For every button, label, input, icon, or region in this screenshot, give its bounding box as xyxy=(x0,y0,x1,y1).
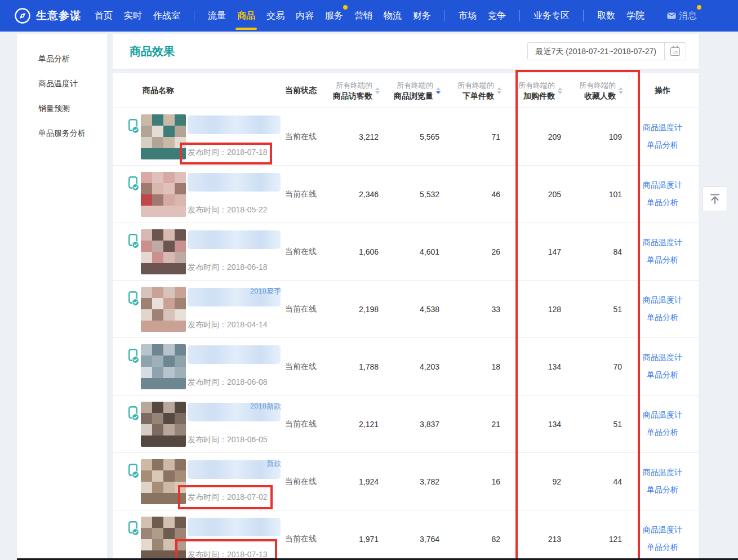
nav-item-war-room[interactable]: 作战室 xyxy=(148,0,186,32)
nav-item-marketing[interactable]: 营销 xyxy=(349,0,378,32)
metric-favorites: 121 xyxy=(566,510,626,560)
metric-cart-adds: 209 xyxy=(505,108,566,165)
nav-item-traffic[interactable]: 流量 xyxy=(202,0,232,32)
sidebar-item-single-item-analysis[interactable]: 单品分析 xyxy=(17,46,107,71)
metric-visitors: 2,346 xyxy=(322,166,383,223)
date-range-label[interactable]: 最近7天 (2018-07-21~2018-07-27) xyxy=(528,43,664,60)
action-product-thermometer-link[interactable]: 商品温度计 xyxy=(643,353,682,363)
sort-desc-icon xyxy=(436,91,441,94)
date-range-picker[interactable]: 最近7天 (2018-07-21~2018-07-27) 15 xyxy=(527,42,686,60)
action-product-thermometer-link[interactable]: 商品温度计 xyxy=(643,525,682,535)
sort-control-product-views[interactable] xyxy=(436,87,441,94)
column-header-order-count[interactable]: 所有终端的下单件数 xyxy=(444,73,505,108)
nav-item-service[interactable]: 服务 xyxy=(319,0,349,32)
column-header-favorite-count[interactable]: 所有终端的收藏人数 xyxy=(566,73,626,108)
action-single-item-analysis-link[interactable]: 单品分析 xyxy=(647,485,678,495)
nav-item-business-zone[interactable]: 业务专区 xyxy=(528,0,575,32)
column-header-text: 所有终端的商品浏览量 xyxy=(394,81,433,101)
column-header-product-name: 商品名称 xyxy=(113,73,283,108)
sidebar-item-product-thermometer[interactable]: 商品温度计 xyxy=(17,71,107,96)
product-name-cell: 新款发布时间：2018-07-02 xyxy=(113,453,283,510)
action-product-thermometer-link[interactable]: 商品温度计 xyxy=(643,123,682,133)
nav-menu: 首页实时作战室流量商品交易内容服务营销物流财务市场竞争业务专区取数学院消息 xyxy=(89,0,703,32)
action-product-thermometer-link[interactable]: 商品温度计 xyxy=(643,295,682,305)
nav-item-trade[interactable]: 交易 xyxy=(261,0,290,32)
action-single-item-analysis-link[interactable]: 单品分析 xyxy=(647,313,678,323)
nav-item-messages[interactable]: 消息 xyxy=(661,0,703,32)
action-product-thermometer-link[interactable]: 商品温度计 xyxy=(643,238,682,248)
product-name-blurred-link[interactable] xyxy=(188,115,281,134)
nav-item-label: 营销 xyxy=(354,10,372,22)
publish-time: 发布时间：2018-06-05 xyxy=(188,435,282,445)
action-single-item-analysis-link[interactable]: 单品分析 xyxy=(647,198,678,208)
calendar-button[interactable]: 15 xyxy=(664,43,686,60)
action-product-thermometer-link[interactable]: 商品温度计 xyxy=(643,468,682,478)
nav-item-product[interactable]: 商品 xyxy=(232,0,261,32)
nav-item-market[interactable]: 市场 xyxy=(453,0,482,32)
metric-favorites: 44 xyxy=(566,453,626,510)
sort-desc-icon xyxy=(497,91,501,94)
sort-asc-icon xyxy=(619,87,623,90)
publish-time: 发布时间：2018-06-08 xyxy=(188,377,282,388)
nav-item-content[interactable]: 内容 xyxy=(290,0,319,32)
product-text-block: 发布时间：2018-05-22 xyxy=(188,172,282,215)
sort-desc-icon xyxy=(375,91,380,94)
product-name-blurred-link[interactable] xyxy=(188,345,281,364)
brand-name[interactable]: 生意参谋 xyxy=(36,8,81,23)
product-row: 发布时间：2018-07-18当前在线3,2125,56571209109商品温… xyxy=(113,108,699,166)
sort-control-cart-add-count[interactable] xyxy=(558,87,562,94)
sort-control-product-visitors[interactable] xyxy=(375,87,380,94)
column-header-cart-add-count[interactable]: 所有终端的加购件数 xyxy=(505,73,566,108)
action-single-item-analysis-link[interactable]: 单品分析 xyxy=(647,543,678,553)
product-row: 发布时间：2018-06-08当前在线1,7884,2031813470商品温度… xyxy=(113,338,699,395)
sort-control-order-count[interactable] xyxy=(497,87,501,94)
product-status: 当前在线 xyxy=(283,108,322,165)
nav-item-data-extract[interactable]: 取数 xyxy=(592,0,621,32)
back-to-top-button[interactable] xyxy=(703,186,727,211)
sort-asc-icon xyxy=(375,87,380,90)
product-name-blurred-link[interactable] xyxy=(188,173,281,192)
column-header-label: 收藏人数 xyxy=(579,91,616,101)
column-header-product-views[interactable]: 所有终端的商品浏览量 xyxy=(383,73,444,108)
product-name-cell: 2018新款发布时间：2018-06-05 xyxy=(113,395,283,452)
metric-cart-adds: 147 xyxy=(505,223,566,280)
nav-item-logistics[interactable]: 物流 xyxy=(378,0,407,32)
action-single-item-analysis-link[interactable]: 单品分析 xyxy=(647,428,678,438)
product-image xyxy=(141,402,186,447)
action-single-item-analysis-link[interactable]: 单品分析 xyxy=(647,140,678,150)
metric-visitors: 1,788 xyxy=(322,338,383,395)
metric-orders: 18 xyxy=(444,338,505,395)
product-image xyxy=(141,172,186,217)
metric-cart-adds: 92 xyxy=(505,453,566,510)
action-product-thermometer-link[interactable]: 商品温度计 xyxy=(643,180,682,190)
action-product-thermometer-link[interactable]: 商品温度计 xyxy=(643,410,682,420)
sidebar-item-single-item-service-analysis[interactable]: 单品服务分析 xyxy=(17,121,107,145)
column-header-product-visitors[interactable]: 所有终端的商品访客数 xyxy=(322,73,383,108)
mobile-online-icon xyxy=(128,119,139,136)
product-text-block: 发布时间：2018-07-18 xyxy=(188,114,282,158)
product-name-blurred-link[interactable] xyxy=(188,230,281,249)
product-status: 当前在线 xyxy=(283,166,322,223)
nav-item-label: 物流 xyxy=(384,10,402,22)
sort-desc-icon xyxy=(558,91,562,94)
action-single-item-analysis-link[interactable]: 单品分析 xyxy=(647,255,678,265)
row-actions: 商品温度计单品分析 xyxy=(626,166,699,223)
nav-item-label: 首页 xyxy=(95,10,113,22)
nav-item-academy[interactable]: 学院 xyxy=(621,0,650,32)
publish-time: 发布时间：2018-04-14 xyxy=(188,320,282,330)
nav-item-finance[interactable]: 财务 xyxy=(407,0,437,32)
nav-item-label: 实时 xyxy=(124,10,142,22)
nav-item-home[interactable]: 首页 xyxy=(89,0,118,32)
metric-visitors: 1,606 xyxy=(322,223,383,280)
sort-asc-icon xyxy=(497,87,501,90)
product-name-blurred-link[interactable] xyxy=(188,518,281,536)
metric-views: 5,532 xyxy=(383,166,444,223)
sidebar-item-sales-forecast[interactable]: 销量预测 xyxy=(17,96,107,121)
nav-item-competition[interactable]: 竞争 xyxy=(482,0,512,32)
sort-control-favorite-count[interactable] xyxy=(619,87,623,94)
nav-item-realtime[interactable]: 实时 xyxy=(118,0,148,32)
action-single-item-analysis-link[interactable]: 单品分析 xyxy=(647,370,678,380)
nav-item-label: 取数 xyxy=(597,10,615,22)
mobile-online-icon xyxy=(128,234,139,251)
product-image xyxy=(141,287,186,332)
